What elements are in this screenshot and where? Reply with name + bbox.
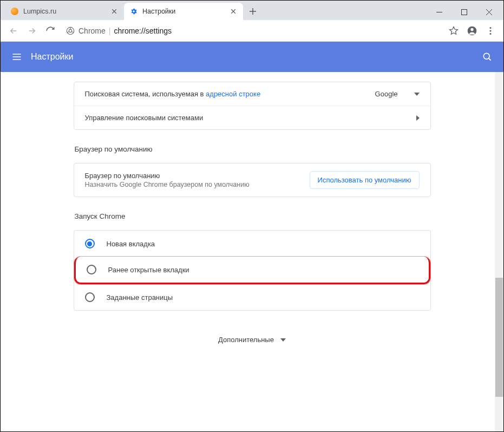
hamburger-icon[interactable] (8, 48, 25, 66)
menu-icon[interactable] (482, 22, 499, 40)
tabs-row: Lumpics.ru Настройки (1, 1, 427, 20)
window-controls (427, 4, 501, 20)
svg-point-5 (489, 27, 491, 28)
startup-card: Новая вкладка Ранее открытые вкладки Зад… (74, 230, 431, 311)
default-browser-card: Браузер по умолчанию Назначить Google Ch… (74, 163, 431, 197)
select-value: Google (375, 90, 398, 98)
svg-point-8 (483, 53, 489, 59)
reload-button[interactable] (42, 22, 59, 40)
svg-point-7 (489, 32, 491, 34)
url-box[interactable]: Chrome | chrome://settings (60, 23, 444, 39)
advanced-label: Дополнительные (218, 336, 274, 344)
url-path: chrome://settings (114, 27, 172, 35)
star-icon[interactable] (445, 22, 462, 40)
default-browser-row: Браузер по умолчанию Назначить Google Ch… (74, 163, 430, 197)
advanced-toggle[interactable]: Дополнительные (1, 336, 503, 344)
gear-icon (129, 7, 138, 16)
new-tab-button[interactable] (245, 4, 260, 19)
chevron-right-icon (416, 115, 420, 121)
svg-rect-0 (461, 9, 467, 15)
search-engine-row[interactable]: Поисковая система, используемая в адресн… (74, 82, 430, 106)
tab-settings[interactable]: Настройки (124, 3, 243, 20)
close-icon[interactable] (110, 7, 119, 16)
back-button[interactable] (5, 22, 22, 40)
svg-point-4 (470, 28, 473, 30)
tab-label: Настройки (142, 8, 229, 15)
close-icon[interactable] (229, 7, 238, 16)
startup-section-title: Запуск Chrome (74, 212, 431, 220)
search-engine-label: Поисковая система, используемая в адресн… (85, 90, 375, 98)
chrome-icon (66, 26, 75, 36)
default-browser-text: Браузер по умолчанию Назначить Google Ch… (85, 172, 250, 188)
default-browser-subtitle: Назначить Google Chrome браузером по умо… (85, 181, 250, 188)
scroll-area: Поисковая система, используемая в адресн… (1, 72, 503, 432)
option-label: Ранее открытые вкладки (108, 266, 189, 274)
radio-icon (85, 292, 95, 302)
tab-lumpics[interactable]: Lumpics.ru (5, 3, 124, 20)
search-engine-select[interactable]: Google (375, 90, 420, 98)
app-header: Настройки (1, 42, 503, 72)
row-label: Управление поисковыми системами (85, 114, 416, 122)
set-default-button[interactable]: Использовать по умолчанию (310, 171, 420, 189)
content: Настройки Поисковая система, используема… (1, 42, 503, 432)
radio-icon (87, 265, 96, 274)
url-prefix: Chrome (78, 27, 106, 35)
search-engine-card: Поисковая система, используемая в адресн… (74, 82, 431, 130)
startup-option-continue[interactable]: Ранее открытые вкладки (74, 257, 430, 284)
svg-point-6 (489, 30, 491, 31)
favicon-lumpics (10, 7, 19, 16)
radio-checked-icon (85, 239, 95, 248)
url-divider: | (109, 27, 111, 35)
caret-down-icon (414, 93, 420, 96)
profile-icon[interactable] (463, 22, 481, 40)
address-bar-link[interactable]: адресной строке (206, 90, 260, 98)
manage-search-engines-row[interactable]: Управление поисковыми системами (74, 106, 430, 129)
default-browser-title: Браузер по умолчанию (85, 172, 250, 180)
option-label: Новая вкладка (107, 240, 155, 248)
tab-label: Lumpics.ru (23, 8, 110, 15)
maximize-button[interactable] (451, 4, 476, 20)
forward-button[interactable] (23, 22, 41, 40)
option-label: Заданные страницы (107, 293, 173, 302)
scrollbar-thumb[interactable] (495, 278, 503, 397)
minimize-button[interactable] (427, 4, 451, 20)
default-browser-section-title: Браузер по умолчанию (74, 145, 431, 153)
svg-point-2 (69, 29, 71, 32)
label-text: Поисковая система, используемая в (85, 90, 206, 98)
titlebar: Lumpics.ru Настройки (1, 1, 503, 20)
page-title: Настройки (31, 52, 73, 62)
caret-down-icon (280, 338, 286, 342)
startup-option-pages[interactable]: Заданные страницы (74, 284, 430, 310)
startup-option-newtab[interactable]: Новая вкладка (74, 231, 430, 257)
settings-body: Поисковая система, используемая в адресн… (1, 82, 503, 365)
address-bar: Chrome | chrome://settings (1, 20, 503, 42)
search-icon[interactable] (479, 48, 496, 66)
close-button[interactable] (476, 4, 501, 20)
scrollbar-track[interactable] (495, 72, 503, 432)
